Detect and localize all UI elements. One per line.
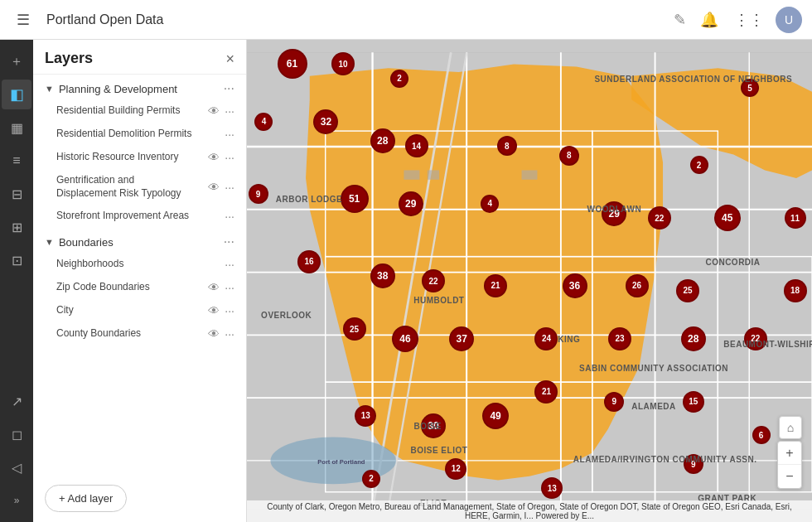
- map-cluster-c24[interactable]: 36: [563, 273, 587, 298]
- group-header-planning[interactable]: ▼ Planning & Development ···: [33, 75, 246, 99]
- layer-more-county[interactable]: ···: [225, 327, 234, 341]
- nav-add[interactable]: ＋: [2, 46, 31, 76]
- map-home-button[interactable]: ⌂: [779, 416, 802, 439]
- layer-more-storefront[interactable]: ···: [225, 210, 234, 223]
- layer-more-zip-code[interactable]: ···: [225, 281, 234, 294]
- layer-item-county[interactable]: County Boundaries 👁 ···: [33, 322, 246, 346]
- layer-eye-county[interactable]: 👁: [208, 327, 220, 341]
- layer-more-city[interactable]: ···: [225, 304, 234, 317]
- nav-chat[interactable]: ◻: [2, 419, 31, 449]
- layer-item-res-building[interactable]: Residential Building Permits 👁 ···: [33, 99, 246, 123]
- edit-title-button[interactable]: ✎: [674, 11, 686, 29]
- apps-button[interactable]: ⋮⋮: [736, 7, 762, 33]
- zoom-in-button[interactable]: +: [778, 442, 801, 465]
- map-cluster-c11[interactable]: 2: [690, 156, 708, 174]
- map-cluster-c36[interactable]: 9: [604, 392, 624, 412]
- layer-item-gentrification[interactable]: Gentrification andDisplacement Risk Typo…: [33, 169, 246, 205]
- map-cluster-c34[interactable]: 22: [744, 327, 767, 350]
- map-clusters[interactable]: 6110243252814882951294292245111638222136…: [247, 40, 812, 522]
- map-cluster-c33[interactable]: 28: [681, 326, 706, 351]
- map-cluster-c25[interactable]: 26: [626, 274, 649, 297]
- map-cluster-c42[interactable]: 9: [684, 454, 703, 474]
- group-header-boundaries[interactable]: ▼ Boundaries ···: [33, 228, 246, 253]
- nav-list[interactable]: ≡: [2, 146, 31, 176]
- map-cluster-c43[interactable]: 2: [362, 470, 380, 488]
- nav-field[interactable]: ⊡: [2, 245, 31, 275]
- group-more-planning[interactable]: ···: [224, 81, 234, 96]
- nav-layers[interactable]: ◧: [2, 80, 31, 109]
- map-cluster-c27[interactable]: 18: [784, 279, 807, 302]
- map-cluster-c5[interactable]: 32: [313, 109, 338, 134]
- layer-more-historic[interactable]: ···: [225, 151, 234, 164]
- layer-eye-historic[interactable]: 👁: [208, 151, 220, 164]
- map-cluster-c35[interactable]: 21: [534, 380, 558, 404]
- map-cluster-c38[interactable]: 13: [355, 405, 376, 427]
- map-cluster-c18[interactable]: 45: [714, 205, 741, 231]
- nav-expand[interactable]: »: [2, 486, 31, 515]
- map-cluster-c17[interactable]: 22: [648, 206, 671, 230]
- map-cluster-c15[interactable]: 4: [481, 195, 499, 213]
- group-more-boundaries[interactable]: ···: [224, 234, 234, 249]
- map-cluster-c14[interactable]: 29: [399, 191, 423, 216]
- map-cluster-c10[interactable]: 8: [559, 146, 579, 166]
- map-cluster-c40[interactable]: 49: [482, 403, 509, 429]
- map-cluster-c16[interactable]: 29: [602, 201, 626, 226]
- map-cluster-c7[interactable]: 28: [370, 128, 395, 153]
- zoom-out-button[interactable]: −: [778, 465, 801, 488]
- layer-item-storefront[interactable]: Storefront Improvement Areas ···: [33, 205, 246, 228]
- layer-more-gentrification[interactable]: ···: [225, 181, 234, 194]
- map-cluster-c8[interactable]: 14: [405, 134, 428, 157]
- layer-eye-city[interactable]: 👁: [208, 304, 220, 317]
- map-cluster-c6[interactable]: 5: [741, 79, 759, 97]
- layer-eye-gentrification[interactable]: 👁: [208, 181, 220, 194]
- layer-more-neighborhoods[interactable]: ···: [225, 258, 234, 271]
- map-cluster-c2[interactable]: 10: [331, 52, 355, 75]
- map-cluster-c23[interactable]: 21: [484, 274, 507, 297]
- map-cluster-c12[interactable]: 9: [249, 184, 268, 204]
- map-cluster-c26[interactable]: 25: [676, 279, 699, 302]
- map-cluster-c45[interactable]: 13: [541, 477, 563, 499]
- main-layout: ＋ ◧ ▦ ≡ ⊟ ⊞ ⊡ ↗ ◻ ◁ » Layers × ▼ Plannin…: [0, 40, 812, 522]
- map-cluster-c44[interactable]: 12: [445, 458, 466, 480]
- map-cluster-c39[interactable]: 30: [421, 413, 446, 438]
- nav-table[interactable]: ▦: [2, 113, 31, 143]
- map-cluster-c22[interactable]: 22: [422, 269, 445, 292]
- map-cluster-c41[interactable]: 6: [752, 426, 771, 444]
- avatar[interactable]: U: [776, 7, 802, 33]
- nav-export[interactable]: ↗: [2, 386, 31, 416]
- layer-eye-res-building[interactable]: 👁: [208, 104, 220, 118]
- notification-button[interactable]: 🔔: [696, 7, 723, 33]
- group-label-planning: Planning & Development: [59, 83, 177, 95]
- map-cluster-c3[interactable]: 2: [390, 70, 408, 88]
- map-cluster-c30[interactable]: 37: [449, 326, 474, 351]
- layer-item-historic[interactable]: Historic Resource Inventory 👁 ···: [33, 146, 246, 169]
- menu-button[interactable]: ☰: [10, 7, 36, 33]
- map-cluster-c13[interactable]: 51: [341, 185, 369, 213]
- map-cluster-c21[interactable]: 38: [370, 263, 395, 288]
- map-cluster-c19[interactable]: 11: [785, 207, 806, 229]
- map-cluster-c4[interactable]: 4: [254, 113, 273, 131]
- map-cluster-c9[interactable]: 8: [497, 136, 517, 156]
- map-cluster-c32[interactable]: 23: [608, 327, 631, 350]
- layer-item-zip-code[interactable]: Zip Code Boundaries 👁 ···: [33, 276, 246, 299]
- map-area[interactable]: Port of Portland 61102432528148829512942…: [247, 40, 812, 522]
- layer-item-neighborhoods[interactable]: Neighborhoods ···: [33, 253, 246, 276]
- layer-eye-zip-code[interactable]: 👁: [208, 281, 220, 294]
- nav-bookmark[interactable]: ⊟: [2, 179, 31, 209]
- map-cluster-c31[interactable]: 24: [534, 327, 558, 350]
- nav-back[interactable]: ◁: [2, 452, 31, 482]
- sidebar-close-button[interactable]: ×: [225, 51, 234, 66]
- map-cluster-c1[interactable]: 61: [278, 49, 307, 79]
- nav-widget[interactable]: ⊞: [2, 212, 31, 242]
- layer-item-city[interactable]: City 👁 ···: [33, 299, 246, 322]
- layer-more-res-demo[interactable]: ···: [225, 128, 234, 141]
- add-layer-button[interactable]: + Add layer: [45, 485, 127, 512]
- table-icon: ▦: [11, 120, 23, 136]
- map-cluster-c28[interactable]: 25: [343, 317, 366, 341]
- map-cluster-c29[interactable]: 46: [392, 326, 418, 352]
- list-icon: ≡: [12, 153, 20, 168]
- map-cluster-c37[interactable]: 15: [683, 391, 704, 413]
- layer-more-res-building[interactable]: ···: [225, 104, 234, 118]
- layer-item-res-demo[interactable]: Residential Demolition Permits ···: [33, 123, 246, 146]
- map-cluster-c20[interactable]: 16: [297, 250, 321, 273]
